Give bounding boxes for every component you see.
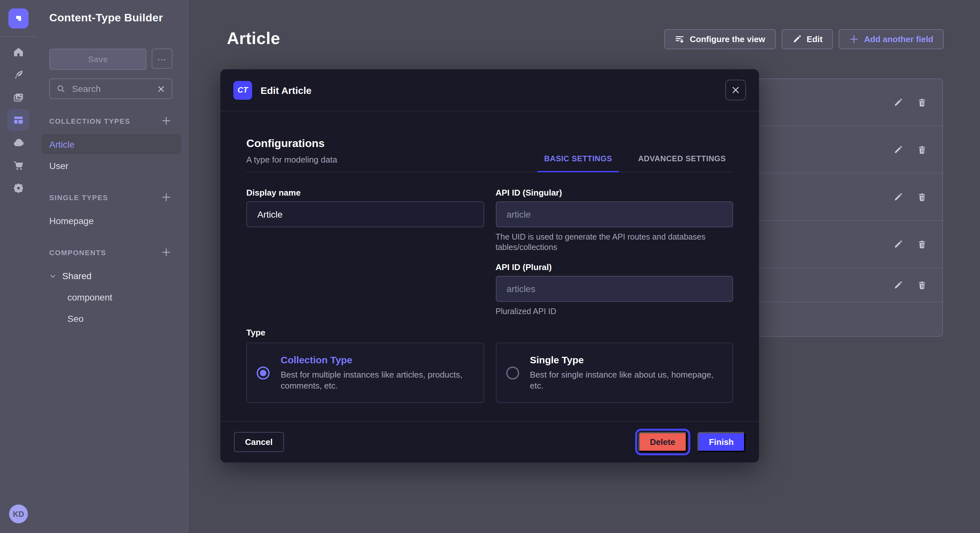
radio-selected-icon[interactable] xyxy=(257,366,270,379)
tab-basic-settings[interactable]: BASIC SETTINGS xyxy=(537,154,619,171)
api-id-singular-label: API ID (Singular) xyxy=(495,188,733,198)
api-id-singular-field: API ID (Singular) The UID is used to gen… xyxy=(495,188,733,252)
close-button[interactable] xyxy=(725,80,746,100)
finish-button[interactable]: Finish xyxy=(697,432,745,452)
settings-tabs: BASIC SETTINGS ADVANCED SETTINGS xyxy=(537,154,733,171)
radio-unselected-icon[interactable] xyxy=(506,366,519,379)
screen: KD Content-Type Builder Save ... COLLECT… xyxy=(0,0,980,533)
delete-button[interactable]: Delete xyxy=(638,432,687,452)
display-name-input[interactable] xyxy=(247,209,483,219)
modal-body: Configurations A type for modeling data … xyxy=(220,111,759,421)
api-id-singular-hint: The UID is used to generate the API rout… xyxy=(495,232,733,252)
type-label: Type xyxy=(246,328,733,338)
modal-footer: Cancel Delete Finish xyxy=(220,421,759,462)
edit-article-modal: CT Edit Article Configurations A type fo… xyxy=(220,69,759,462)
settings-form: Display name API ID (Singular) The UID i… xyxy=(246,188,733,317)
tab-advanced-settings[interactable]: ADVANCED SETTINGS xyxy=(631,154,733,171)
close-icon xyxy=(731,86,740,95)
single-type-title: Single Type xyxy=(530,354,719,365)
type-options: Collection Type Best for multiple instan… xyxy=(246,343,733,403)
display-name-label: Display name xyxy=(246,188,484,198)
collection-type-description: Best for multiple instances like article… xyxy=(281,369,470,391)
configurations-header: Configurations A type for modeling data … xyxy=(246,137,733,172)
api-id-plural-label: API ID (Plural) xyxy=(495,262,733,272)
configurations-title: Configurations xyxy=(246,137,337,150)
collection-type-option[interactable]: Collection Type Best for multiple instan… xyxy=(246,343,484,403)
single-type-description: Best for single instance like about us, … xyxy=(530,369,719,391)
configurations-subtitle: A type for modeling data xyxy=(246,155,337,165)
api-id-singular-input[interactable] xyxy=(496,209,732,219)
api-id-plural-hint: Pluralized API ID xyxy=(495,306,733,317)
api-id-plural-input[interactable] xyxy=(496,284,732,294)
display-name-field: Display name xyxy=(246,188,484,317)
modal-header: CT Edit Article xyxy=(220,69,759,111)
single-type-option[interactable]: Single Type Best for single instance lik… xyxy=(495,343,733,403)
content-type-badge: CT xyxy=(233,81,252,99)
modal-title: Edit Article xyxy=(261,84,312,95)
cancel-button[interactable]: Cancel xyxy=(234,432,283,452)
api-id-plural-field: API ID (Plural) Pluralized API ID xyxy=(495,262,733,317)
collection-type-title: Collection Type xyxy=(281,354,470,365)
